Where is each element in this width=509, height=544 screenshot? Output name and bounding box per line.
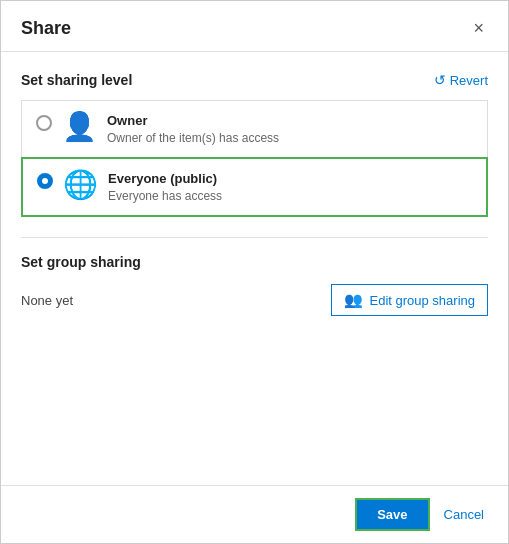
owner-icon: 👤: [62, 113, 97, 141]
everyone-radio[interactable]: [37, 173, 53, 189]
none-yet-label: None yet: [21, 293, 73, 308]
everyone-description: Everyone has access: [108, 189, 222, 203]
revert-label: Revert: [450, 73, 488, 88]
everyone-text: Everyone (public) Everyone has access: [108, 171, 222, 203]
dialog-header: Share ×: [1, 1, 508, 52]
share-dialog: Share × Set sharing level ↺ Revert 👤 Own…: [0, 0, 509, 544]
owner-option[interactable]: 👤 Owner Owner of the item(s) has access: [21, 100, 488, 157]
edit-group-button[interactable]: 👥 Edit group sharing: [331, 284, 488, 316]
everyone-label: Everyone (public): [108, 171, 222, 186]
dialog-title: Share: [21, 18, 71, 39]
owner-text: Owner Owner of the item(s) has access: [107, 113, 279, 145]
group-sharing-row: None yet 👥 Edit group sharing: [21, 284, 488, 332]
globe-icon: 🌐: [63, 171, 98, 199]
close-button[interactable]: ×: [469, 17, 488, 39]
sharing-level-title: Set sharing level: [21, 72, 132, 88]
revert-icon: ↺: [434, 72, 446, 88]
group-sharing-title: Set group sharing: [21, 254, 488, 270]
group-sharing-section: Set group sharing None yet 👥 Edit group …: [21, 237, 488, 332]
owner-radio[interactable]: [36, 115, 52, 131]
everyone-option[interactable]: 🌐 Everyone (public) Everyone has access: [21, 157, 488, 217]
edit-group-label: Edit group sharing: [369, 293, 475, 308]
dialog-footer: Save Cancel: [1, 485, 508, 543]
dialog-body: Set sharing level ↺ Revert 👤 Owner Owner…: [1, 52, 508, 485]
cancel-button[interactable]: Cancel: [440, 500, 488, 529]
sharing-level-header: Set sharing level ↺ Revert: [21, 72, 488, 88]
owner-label: Owner: [107, 113, 279, 128]
group-icon: 👥: [344, 291, 363, 309]
owner-description: Owner of the item(s) has access: [107, 131, 279, 145]
revert-button[interactable]: ↺ Revert: [434, 72, 488, 88]
save-button[interactable]: Save: [355, 498, 429, 531]
sharing-options: 👤 Owner Owner of the item(s) has access …: [21, 100, 488, 217]
